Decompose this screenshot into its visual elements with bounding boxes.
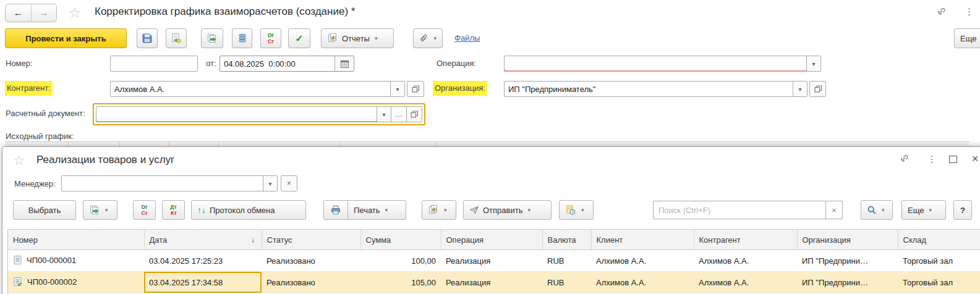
column-header-warehouse[interactable]: Склад xyxy=(898,230,980,250)
help-button[interactable]: ? xyxy=(953,200,972,220)
manager-clear-button[interactable]: × xyxy=(281,175,297,191)
files-link[interactable]: Файлы xyxy=(454,28,480,48)
dtkt-button[interactable]: ДтКт xyxy=(162,200,185,220)
back-button[interactable]: ← xyxy=(6,4,31,22)
date-input[interactable] xyxy=(220,56,334,71)
search-menu-button[interactable]: ▾ xyxy=(861,200,893,220)
chevron-down-icon: ▾ xyxy=(396,86,399,93)
cell-currency[interactable]: RUB xyxy=(542,250,591,272)
forward-button[interactable]: → xyxy=(31,4,56,22)
column-header-counterparty[interactable]: Контрагент xyxy=(694,230,797,250)
cell-warehouse[interactable]: Торговый зал xyxy=(898,250,980,272)
chevron-down-icon: ▾ xyxy=(798,86,801,93)
cell-client[interactable]: Алхимов А.А. xyxy=(591,250,694,272)
settlement-document-input[interactable] xyxy=(96,107,377,122)
column-header-date[interactable]: Дата↓ xyxy=(144,230,262,250)
table-row[interactable]: ЧП00-000001 03.04.2025 17:25:23 Реализов… xyxy=(8,250,980,272)
cell-organization[interactable]: ИП "Предприни… xyxy=(797,272,898,293)
more-button-main[interactable]: Еще ▾ xyxy=(954,28,980,48)
column-header-client[interactable]: Клиент xyxy=(591,230,694,250)
cell-date-focused[interactable]: 03.04.2025 17:34:58 xyxy=(144,272,262,293)
manager-dropdown-button[interactable]: ▾ xyxy=(263,176,277,191)
exchange-protocol-button[interactable]: ↑↓ Протокол обмена xyxy=(191,200,306,220)
cell-sum[interactable]: 100,00 xyxy=(360,250,441,272)
report-icon xyxy=(327,33,338,44)
open-icon xyxy=(410,110,419,119)
cell-warehouse[interactable]: Торговый зал xyxy=(898,272,980,293)
counterparty-dropdown-button[interactable]: ▾ xyxy=(390,82,404,96)
settlement-document-dropdown-button[interactable]: ▾ xyxy=(377,107,391,122)
document-movements-button[interactable] xyxy=(232,28,252,48)
operation-input[interactable] xyxy=(505,56,806,71)
column-header-currency[interactable]: Валюта xyxy=(542,230,591,250)
cell-number[interactable]: ЧП00-000001 xyxy=(8,250,144,272)
create-based-on-button-popup[interactable]: ▾ xyxy=(83,200,117,220)
more-button-popup[interactable]: Еще ▾ xyxy=(901,200,946,220)
operation-dropdown-button[interactable]: ▾ xyxy=(806,56,820,71)
more-label: Еще xyxy=(908,206,924,215)
search-clear-button[interactable]: × xyxy=(825,201,843,219)
column-header-number[interactable]: Номер xyxy=(8,230,144,250)
kebab-icon: ⋮ xyxy=(927,154,937,165)
settlement-document-choose-button[interactable]: … xyxy=(391,107,406,122)
organization-open-button[interactable] xyxy=(809,81,826,97)
calendar-button[interactable] xyxy=(334,56,354,71)
manager-input[interactable] xyxy=(62,176,263,191)
screen: ← → ☆ Корректировка графика взаиморасчет… xyxy=(0,0,980,294)
print-button[interactable] xyxy=(323,200,348,220)
popup-favorite-star-icon[interactable]: ☆ xyxy=(13,154,25,167)
reports-button[interactable]: Отчеты ▾ xyxy=(321,28,394,48)
popup-maximize-button[interactable] xyxy=(945,152,961,167)
column-header-organization[interactable]: Организация xyxy=(797,230,898,250)
drcr-button-popup[interactable]: DrCr xyxy=(133,200,156,220)
popup-more-menu-button[interactable]: ⋮ xyxy=(924,152,940,167)
number-input[interactable] xyxy=(111,56,197,71)
manager-label: Менеджер: xyxy=(14,176,56,192)
cell-operation[interactable]: Реализация xyxy=(441,272,542,293)
organization-dropdown-button[interactable]: ▾ xyxy=(793,82,807,96)
cell-status[interactable]: Реализовано xyxy=(262,250,360,272)
cell-operation[interactable]: Реализация xyxy=(441,250,542,272)
create-based-on-button[interactable] xyxy=(201,28,223,48)
cell-date[interactable]: 03.04.2025 17:25:23 xyxy=(144,250,262,272)
send-button[interactable]: Отправить ▾ xyxy=(463,200,552,220)
favorite-star-icon[interactable]: ☆ xyxy=(68,6,82,20)
attachments-button[interactable]: ▾ xyxy=(413,28,443,48)
select-button[interactable]: Выбрать xyxy=(13,200,76,220)
column-header-operation[interactable]: Операция xyxy=(441,230,542,250)
settlement-document-open-button[interactable] xyxy=(406,107,422,122)
counterparty-open-button[interactable] xyxy=(407,81,424,97)
post-document-button[interactable] xyxy=(166,28,187,48)
counterparty-input[interactable] xyxy=(111,82,390,96)
organization-input[interactable] xyxy=(505,82,793,96)
cell-counterparty[interactable]: Алхимов А.А. xyxy=(694,250,797,272)
cell-number[interactable]: ЧП00-000002 xyxy=(8,272,144,293)
post-and-close-button[interactable]: Провести и закрыть xyxy=(5,28,127,48)
search-input[interactable] xyxy=(653,201,825,219)
drcr-button[interactable]: DrCr xyxy=(260,28,281,48)
save-button[interactable] xyxy=(137,28,158,48)
cell-currency[interactable]: RUB xyxy=(542,272,591,293)
print-label: Печать xyxy=(354,206,380,215)
chevron-down-icon: ▾ xyxy=(105,207,108,213)
popup-close-button[interactable]: × xyxy=(967,151,980,166)
print-menu-button[interactable]: Печать ▾ xyxy=(347,200,406,220)
reports-menu-button-popup[interactable]: ▾ xyxy=(422,200,456,220)
popup-get-link-button[interactable] xyxy=(898,153,910,167)
check-button[interactable]: ✓ xyxy=(288,28,310,48)
cell-sum[interactable]: 105,00 xyxy=(360,272,441,293)
table-row-selected[interactable]: ЧП00-000002 03.04.2025 17:34:58 Реализов… xyxy=(8,272,980,293)
column-header-sum[interactable]: Сумма xyxy=(360,230,441,250)
more-label: Еще xyxy=(960,34,976,43)
number-field xyxy=(110,56,198,72)
cell-counterparty[interactable]: Алхимов А.А. xyxy=(694,272,797,293)
more-menu-icon[interactable]: ⋮ xyxy=(965,6,974,17)
cell-status[interactable]: Реализовано xyxy=(262,272,360,293)
get-link-icon[interactable] xyxy=(935,6,947,20)
operation-field: ▾ xyxy=(504,56,821,72)
cell-client[interactable]: Алхимов А.А. xyxy=(591,272,694,293)
scheduled-tasks-button[interactable]: ▾ xyxy=(559,200,594,220)
cell-organization[interactable]: ИП "Предприни… xyxy=(797,250,898,272)
column-header-status[interactable]: Статус xyxy=(262,230,360,250)
date-prefix-label: от: xyxy=(206,56,216,72)
